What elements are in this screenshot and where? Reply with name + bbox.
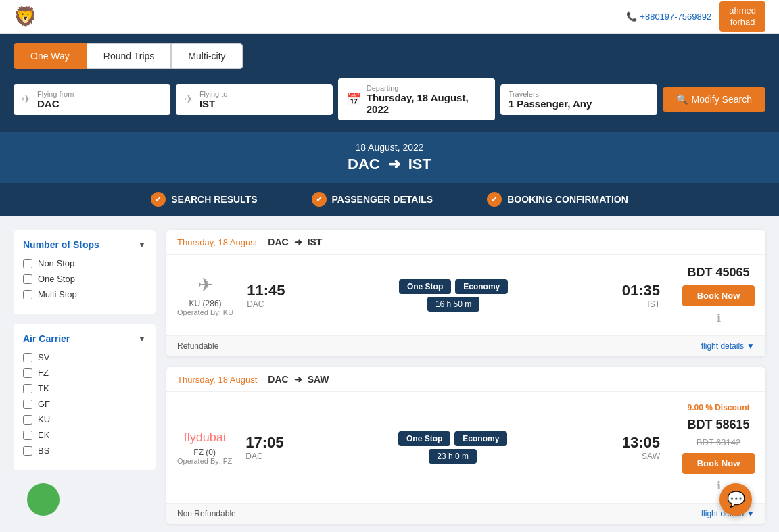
result-2-price-old: BDT 63142 [697,437,741,448]
flying-to-field[interactable]: ✈ Flying to IST [176,84,333,115]
filter-ek: EK [23,430,146,440]
result-1-flight-details-link[interactable]: flight details ▼ [701,341,755,351]
step-search-results: ✓ SEARCH RESULTS [151,192,257,207]
fz-checkbox[interactable] [23,368,32,378]
bs-checkbox[interactable] [23,446,32,456]
step-check-icon-2: ✓ [312,192,327,207]
green-circle-button[interactable] [27,483,60,516]
result-2-airline: flydubai FZ (0) Operated By: FZ [177,431,232,465]
result-2-flight-info: flydubai FZ (0) Operated By: FZ 17:05 DA… [166,392,671,503]
logo-icon: 🦁 [14,5,37,28]
result-2-route: DAC ➜ SAW [268,374,329,385]
plane-to-icon: ✈ [184,92,194,107]
carrier-filter-title[interactable]: Air Carrier ▼ [23,333,146,344]
stops-filter-title[interactable]: Number of Stops ▼ [23,239,146,250]
arrow-icon-2: ➜ [294,374,302,385]
one-stop-checkbox[interactable] [23,274,32,284]
tk-checkbox[interactable] [23,384,32,393]
result-2-depart: 17:05 DAC [245,434,283,461]
result-1-book-button[interactable]: Book Now [682,285,755,306]
result-2-book-button[interactable]: Book Now [682,453,755,474]
modify-search-button[interactable]: 🔍 Modify Search [663,87,765,112]
calendar-icon: 📅 [346,92,361,107]
result-1-body: ✈ KU (286) Operated By: KU 11:45 DAC One… [166,255,765,335]
ek-checkbox[interactable] [23,431,32,440]
ku-checkbox[interactable] [23,415,32,425]
info-icon-1[interactable]: ℹ [717,312,721,324]
route-banner: 18 August, 2022 DAC ➜ IST [0,132,779,183]
filter-fz: FZ [23,368,146,378]
step-check-icon-1: ✓ [151,192,166,207]
result-2-depart-airport: DAC [245,452,283,461]
user-button[interactable]: ahmed forhad [719,1,765,32]
flying-from-label: Flying from [37,90,74,98]
results-list: Thursday, 18 August DAC ➜ IST ✈ KU (286)… [166,230,765,532]
arrow-icon-1: ➜ [294,237,302,247]
result-1-airline-code: KU (286) [189,299,222,308]
stops-filter: Number of Stops ▼ Non Stop One Stop Mult… [14,230,156,314]
header-right: 📞 +880197-7569892 ahmed forhad [626,1,765,32]
chat-bubble[interactable]: 💬 [719,483,752,516]
chevron-down-icon-1: ▼ [747,341,755,351]
result-2-badges: One Stop Economy [398,431,507,446]
airline-logo-icon-2: flydubai [184,431,226,445]
route-from: DAC [348,155,380,173]
result-1-depart-airport: DAC [247,299,285,309]
tab-one-way[interactable]: One Way [14,43,87,69]
result-1-duration: 16 h 50 m [427,297,479,312]
tab-round-trips[interactable]: Round Trips [87,43,171,69]
non-stop-checkbox[interactable] [23,259,32,268]
result-card-2: Thursday, 18 August DAC ➜ SAW flydubai F… [166,367,765,524]
result-2-discount: 9.00 % Discount [687,403,749,412]
result-2-price-panel: 9.00 % Discount BDT 58615 BDT 63142 Book… [671,392,765,503]
gf-checkbox[interactable] [23,400,32,409]
sv-checkbox[interactable] [23,353,32,362]
tab-multi-city[interactable]: Multi-city [171,43,242,69]
multi-stop-checkbox[interactable] [23,290,32,299]
result-card-1: Thursday, 18 August DAC ➜ IST ✈ KU (286)… [166,230,765,356]
result-2-arrive: 13:05 SAW [622,434,660,461]
result-2-arrive-airport: SAW [642,452,660,461]
result-2-depart-time: 17:05 [245,434,283,452]
route-to: IST [408,155,431,173]
result-2-header: Thursday, 18 August DAC ➜ SAW [166,367,765,392]
main-content: Number of Stops ▼ Non Stop One Stop Mult… [0,216,779,532]
flying-to-value: IST [199,98,228,110]
departing-value: Thursday, 18 August, 2022 [367,92,487,115]
result-2-arrive-time: 13:05 [622,434,660,452]
result-2-operated: Operated By: FZ [177,457,232,465]
result-2-body: flydubai FZ (0) Operated By: FZ 17:05 DA… [166,392,765,503]
result-1-class-badge: Economy [455,279,508,294]
result-1-flight-info: ✈ KU (286) Operated By: KU 11:45 DAC One… [166,255,671,335]
search-fields: ✈ Flying from DAC ✈ Flying to IST 📅 Depa… [14,78,765,120]
travelers-field[interactable]: Travelers 1 Passenger, Any [500,84,657,115]
result-1-route: DAC ➜ IST [268,237,322,247]
steps: ✓ SEARCH RESULTS ✓ PASSENGER DETAILS ✓ B… [0,183,779,216]
result-1-footer: Refundable flight details ▼ [166,335,765,356]
route-date: 18 August, 2022 [9,142,770,153]
flying-from-field[interactable]: ✈ Flying from DAC [14,84,170,115]
departing-field[interactable]: 📅 Departing Thursday, 18 August, 2022 [338,78,495,120]
result-1-airline: ✈ KU (286) Operated By: KU [177,274,233,316]
chevron-down-icon-2: ▼ [747,509,755,518]
phone-number: 📞 +880197-7569892 [626,11,711,22]
result-1-arrive-airport: IST [647,299,660,309]
info-icon-2[interactable]: ℹ [717,479,721,492]
carrier-filter: Air Carrier ▼ SV FZ TK GF KU [14,324,156,470]
trip-tabs: One Way Round Trips Multi-city [14,43,765,69]
search-icon: 🔍 [676,94,688,105]
result-1-depart-time: 11:45 [247,282,285,299]
route-display: DAC ➜ IST [9,155,770,173]
result-1-badges: One Stop Economy [399,279,508,294]
result-1-price-panel: BDT 45065 Book Now ℹ [671,255,765,335]
filter-ku: KU [23,414,146,425]
travelers-value: 1 Passenger, Any [509,98,592,110]
logo: 🦁 [14,5,37,28]
result-1-depart: 11:45 DAC [247,282,285,309]
departing-label: Departing [367,84,487,92]
result-2-middle: One Stop Economy 23 h 0 m [298,431,609,464]
filter-bs: BS [23,445,146,456]
result-1-arrive: 01:35 IST [622,282,660,309]
result-2-footer: Non Refundable flight details ▼ [166,503,765,524]
result-2-price: BDT 58615 [687,418,749,432]
